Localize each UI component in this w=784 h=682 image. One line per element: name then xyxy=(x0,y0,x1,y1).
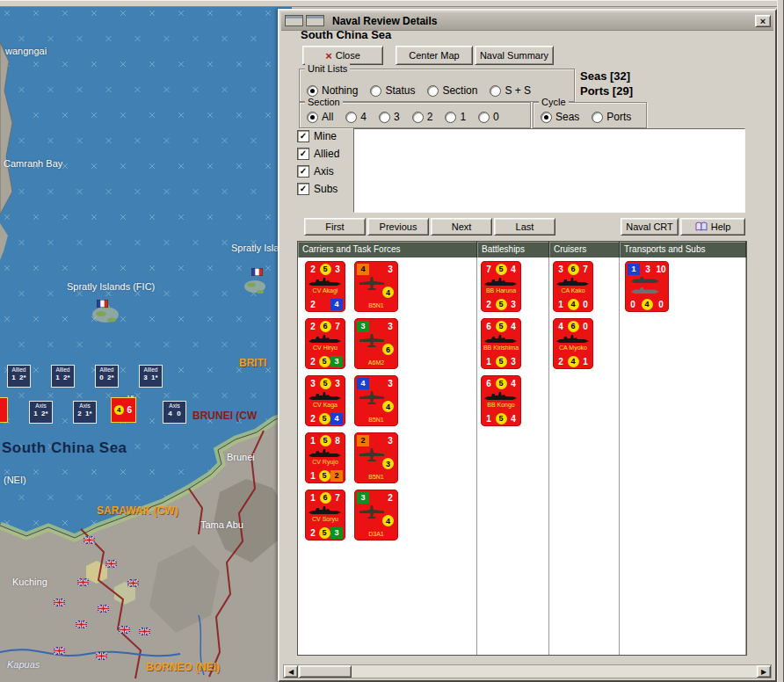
counter-bb-kirishima[interactable]: 654BB Kirishima153 xyxy=(481,318,521,369)
axis-stack[interactable]: Axis40 xyxy=(163,401,186,424)
radio-3[interactable]: 3 xyxy=(379,111,400,123)
horizontal-scrollbar[interactable]: ◀ ▶ xyxy=(283,664,772,678)
radio-section[interactable]: Section xyxy=(427,84,477,97)
unit-listbox[interactable] xyxy=(353,128,745,213)
filter-subs[interactable]: ✓Subs xyxy=(297,181,353,196)
stack-value: 2* xyxy=(63,374,70,382)
close-button-label: Close xyxy=(336,50,360,61)
counter-b5n1[interactable]: 233B5N1 xyxy=(354,432,398,483)
checkbox: ✓ xyxy=(297,130,309,142)
counter-ca-myoko[interactable]: 460CA Myoko241 xyxy=(553,318,593,369)
close-button[interactable]: × Close xyxy=(302,46,383,65)
counter-bottom-factors: 254 xyxy=(308,412,343,424)
counter-b5n1[interactable]: 434B5N1 xyxy=(354,261,398,312)
stack-label: Axis xyxy=(30,403,52,410)
factor-value: 10 xyxy=(656,264,666,275)
radio-nothing[interactable]: Nothing xyxy=(307,84,358,97)
allied-stack[interactable]: Allied12* xyxy=(7,365,31,388)
map-label-kapuas: Kapuas xyxy=(7,659,40,670)
factor-circle: 5 xyxy=(496,356,507,367)
counter-name: BB Haruna xyxy=(481,287,521,294)
counter-name: CA Myoko xyxy=(553,345,593,352)
uk-flag-icon xyxy=(54,647,65,655)
radio-2[interactable]: 2 xyxy=(412,111,433,123)
counter-name: BB Kirishima xyxy=(481,345,521,352)
radio-dot xyxy=(379,112,390,123)
counter-top-factors: 267 xyxy=(305,318,345,332)
checkbox-label: Mine xyxy=(314,130,337,142)
column-body-battleships: 754BB Haruna253654BB Kirishima153654BB K… xyxy=(477,258,549,655)
center-map-button[interactable]: Center Map xyxy=(396,46,473,65)
counter-bottom-factors: 253 xyxy=(308,526,343,539)
counter-ca-kako[interactable]: 367CA Kako140 xyxy=(553,261,593,312)
radio-status[interactable]: Status xyxy=(370,84,415,97)
counter-name: CV Kaga xyxy=(305,402,345,409)
scroll-right-icon[interactable]: ▶ xyxy=(757,665,771,678)
scrollbar-thumb[interactable] xyxy=(299,665,352,678)
help-book-icon xyxy=(695,221,708,232)
allied-stack[interactable]: Allied31* xyxy=(139,365,163,388)
filter-allied[interactable]: ✓Allied xyxy=(297,146,353,161)
naval-crt-button[interactable]: Naval CRT xyxy=(621,218,679,236)
nav-last-button[interactable]: Last xyxy=(494,218,555,236)
stack-value: 0 xyxy=(99,374,103,382)
radio-dot xyxy=(307,112,318,123)
allied-stack[interactable]: Allied02* xyxy=(95,365,119,388)
plane-silhouette xyxy=(359,504,385,519)
ship-art xyxy=(481,390,521,402)
radio-seas[interactable]: Seas xyxy=(541,111,579,123)
radio-s-s[interactable]: S + S xyxy=(490,84,531,97)
axis-stack[interactable]: Axis12* xyxy=(29,401,53,424)
nav-first-button[interactable]: First xyxy=(304,218,366,236)
counter-top-factors: 158 xyxy=(305,432,345,446)
nav-previous-button[interactable]: Previous xyxy=(367,218,429,236)
naval-summary-button[interactable]: Naval Summary xyxy=(475,46,554,65)
filter-axis[interactable]: ✓Axis xyxy=(297,163,353,178)
radio-dot xyxy=(427,85,439,97)
counter-cv-akagi[interactable]: 253CV Akagi24 xyxy=(305,261,345,312)
plane-art xyxy=(359,390,385,405)
radio-ports[interactable]: Ports xyxy=(592,111,631,123)
counter-bottom-factors: 24 xyxy=(308,298,343,310)
stack-value: 1 xyxy=(11,374,15,382)
counter-transport-group[interactable]: 1310040 xyxy=(625,261,669,312)
counter-cv-hiryu[interactable]: 267CV Hiryu253 xyxy=(305,318,345,369)
factor-value: 7 xyxy=(580,264,591,275)
strategic-map[interactable]: wangngaiCamranh BaySpratly IslaSpratly I… xyxy=(0,7,292,682)
counter-bb-kongo[interactable]: 654BB Kongo154 xyxy=(481,375,521,426)
counter-top-factors: 43 xyxy=(354,261,398,275)
radio-0[interactable]: 0 xyxy=(478,111,499,123)
radio-4[interactable]: 4 xyxy=(345,111,367,123)
help-button[interactable]: Help xyxy=(680,218,745,236)
stack-value: 2 xyxy=(77,410,81,418)
counter-cv-kaga[interactable]: 353CV Kaga254 xyxy=(305,375,345,426)
radio-all[interactable]: All xyxy=(307,111,333,123)
factor-value: 7 xyxy=(332,321,343,332)
counter-top-factors: 33 xyxy=(354,318,398,332)
counter-d3a1[interactable]: 324D3A1 xyxy=(354,490,398,541)
radio-1[interactable]: 1 xyxy=(445,111,466,123)
axis-stack[interactable]: Axis21* xyxy=(73,401,97,424)
counter-bb-haruna[interactable]: 754BB Haruna253 xyxy=(481,261,521,312)
section-options: All43210 xyxy=(307,111,512,123)
allied-stack[interactable]: Allied12* xyxy=(51,365,75,388)
nav-next-button[interactable]: Next xyxy=(431,218,492,236)
factor-circle: 5 xyxy=(319,413,330,424)
ship-silhouette xyxy=(308,333,343,345)
scroll-left-icon[interactable]: ◀ xyxy=(284,665,298,678)
stack-values: 40 xyxy=(163,410,185,418)
transport-art xyxy=(630,275,662,296)
counter-a6m2[interactable]: 336A6M2 xyxy=(354,318,398,369)
close-icon[interactable]: × xyxy=(755,15,771,27)
stack-value: 4 xyxy=(168,410,171,418)
counter-cv-ryujo[interactable]: 158CV Ryujo152 xyxy=(305,432,345,483)
axis-unit-counter[interactable]: 46 xyxy=(111,397,136,423)
factor-circle: 4 xyxy=(382,515,394,526)
axis-unit-counter[interactable] xyxy=(0,397,8,423)
filter-mine[interactable]: ✓Mine xyxy=(297,128,353,143)
ship-art xyxy=(481,276,521,287)
counter-cv-soryu[interactable]: 167CV Soryu253 xyxy=(305,490,345,541)
counter-b5n1[interactable]: 434B5N1 xyxy=(354,375,398,426)
factor-circle: 6 xyxy=(320,492,331,504)
factor-value: 2 xyxy=(308,356,318,367)
